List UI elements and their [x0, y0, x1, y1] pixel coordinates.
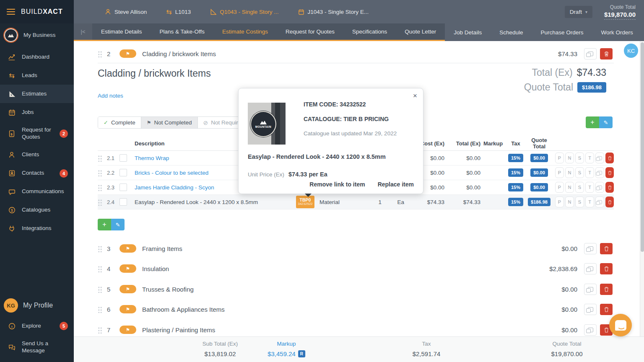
row-action-s-button[interactable]: S	[575, 153, 584, 163]
flag-pill[interactable]: ⚑	[119, 264, 136, 273]
copy-group-button[interactable]	[584, 243, 597, 254]
copy-group-button[interactable]	[584, 263, 597, 274]
copy-row-button[interactable]	[595, 197, 604, 207]
tab-schedule[interactable]: Schedule	[491, 23, 532, 41]
row-action-s-button[interactable]: S	[575, 197, 584, 207]
sidebar-item-contacts[interactable]: Contacts 4	[0, 164, 74, 183]
sidebar-item-clients[interactable]: Clients	[0, 146, 74, 164]
close-icon[interactable]: ×	[413, 92, 417, 100]
copy-group-button[interactable]	[584, 324, 597, 336]
delete-group-button[interactable]	[600, 48, 613, 59]
tab-work-orders[interactable]: Work Orders	[592, 23, 641, 41]
scrollbar-thumb[interactable]	[641, 42, 644, 252]
drag-handle[interactable]	[98, 155, 102, 162]
tax-badge[interactable]: 15%	[508, 168, 523, 177]
row-quote-total-badge[interactable]: $0.00	[530, 183, 548, 191]
tab-purchase-orders[interactable]: Purchase Orders	[532, 23, 592, 41]
row-action-s-button[interactable]: S	[575, 167, 584, 178]
row-action-n-button[interactable]: N	[565, 197, 574, 207]
tab-actuals-costings[interactable]: Actuals Costin	[642, 23, 644, 41]
tab-specifications[interactable]: Specifications	[343, 23, 396, 40]
tab-estimate-costings[interactable]: Estimate Costings	[213, 23, 277, 40]
drag-handle[interactable]	[98, 169, 102, 176]
item-description-link[interactable]: James Hardie Cladding - Scyon	[135, 184, 214, 191]
tabs-collapse-button[interactable]: |<	[74, 23, 92, 40]
row-action-t-button[interactable]: T	[585, 153, 594, 163]
drag-handle[interactable]	[98, 286, 102, 293]
drag-handle[interactable]	[98, 265, 102, 272]
item-description-link[interactable]: Bricks - Colour to be selected	[135, 170, 208, 176]
drag-handle[interactable]	[98, 326, 102, 334]
drag-handle[interactable]	[98, 245, 102, 252]
sidebar-item-integrations[interactable]: Integrations	[0, 220, 74, 238]
flag-pill[interactable]: ⚑	[119, 49, 136, 58]
markup-link[interactable]: Markup	[267, 341, 305, 347]
delete-row-button[interactable]	[605, 182, 614, 193]
row-action-n-button[interactable]: N	[565, 182, 574, 193]
sidebar-item-estimates[interactable]: Estimates	[0, 85, 74, 103]
item-description[interactable]: Easylap - Rendered Look - 2440 x 1200 x …	[135, 199, 258, 205]
drag-handle[interactable]	[98, 306, 102, 313]
markup-r-badge[interactable]: R	[298, 350, 305, 357]
status-dropdown[interactable]: Draft ▾	[565, 6, 592, 18]
edit-items-button[interactable]: ✎	[599, 116, 613, 128]
delete-row-button[interactable]	[605, 197, 614, 207]
add-item-button[interactable]: +	[586, 116, 599, 128]
add-item-button[interactable]: +	[98, 219, 111, 230]
sidebar-item-request-for-quotes[interactable]: $ Request for Quotes 2	[0, 122, 74, 146]
tab-job-details[interactable]: Job Details	[445, 23, 491, 41]
tab-plans-take-offs[interactable]: Plans & Take-Offs	[151, 23, 214, 40]
topbar-job-ref[interactable]: J1043 - Single Story E...	[298, 9, 369, 15]
row-checkbox[interactable]	[119, 154, 127, 162]
sidebar-item-my-profile[interactable]: KG My Profile	[0, 294, 74, 317]
topbar-quote-ref[interactable]: Q1043 - Single Story ...	[210, 9, 278, 15]
add-notes-link[interactable]: Add notes	[98, 93, 123, 99]
tab-estimate-details[interactable]: Estimate Details	[92, 23, 151, 40]
filter-complete-button[interactable]: ✓ Complete	[98, 117, 141, 128]
collaborator-avatar[interactable]: KC	[624, 44, 638, 58]
tab-request-for-quotes[interactable]: Request for Quotes	[277, 23, 343, 40]
sidebar-item-jobs[interactable]: Jobs	[0, 103, 74, 122]
row-quote-total-badge[interactable]: $0.00	[530, 154, 548, 162]
row-action-t-button[interactable]: T	[585, 167, 594, 178]
drag-handle[interactable]	[98, 199, 102, 206]
flag-pill[interactable]: ⚑	[119, 326, 136, 334]
delete-row-button[interactable]	[605, 167, 614, 178]
delete-group-button[interactable]	[600, 284, 613, 295]
flag-pill[interactable]: ⚑	[119, 285, 136, 293]
tab-quote-letter[interactable]: Quote Letter	[396, 23, 445, 40]
row-checkbox[interactable]	[119, 198, 127, 206]
row-checkbox[interactable]	[119, 169, 127, 176]
delete-group-button[interactable]	[600, 304, 613, 315]
sidebar-item-send-message[interactable]: Send Us a Message	[0, 335, 74, 359]
row-action-s-button[interactable]: S	[575, 182, 584, 193]
vertical-scrollbar[interactable]	[640, 41, 644, 362]
linked-item-tag[interactable]: TBP0 34232522	[296, 196, 314, 208]
row-action-p-button[interactable]: P	[555, 182, 564, 193]
copy-row-button[interactable]	[595, 153, 604, 163]
topbar-user[interactable]: Steve Allison	[105, 8, 147, 15]
edit-items-button[interactable]: ✎	[111, 219, 125, 230]
row-quote-total-badge[interactable]: $0.00	[530, 168, 548, 177]
row-checkbox[interactable]	[119, 184, 127, 191]
sidebar-item-explore[interactable]: Explore 5	[0, 317, 74, 335]
remove-link-button[interactable]: Remove link to item	[309, 181, 365, 188]
sidebar-item-dashboard[interactable]: Dashboard	[0, 48, 74, 66]
item-description-link[interactable]: Thermo Wrap	[135, 155, 169, 161]
flag-pill[interactable]: ⚑	[119, 244, 136, 253]
support-chat-button[interactable]	[609, 314, 632, 336]
drag-handle[interactable]	[98, 50, 102, 57]
tax-badge[interactable]: 15%	[508, 154, 523, 162]
copy-row-button[interactable]	[595, 182, 604, 193]
sidebar-item-leads[interactable]: ⇆ Leads	[0, 66, 74, 85]
flag-pill[interactable]: ⚑	[119, 305, 136, 313]
topbar-lead-ref[interactable]: ⇆ L1013	[166, 8, 191, 16]
row-action-p-button[interactable]: P	[555, 153, 564, 163]
delete-group-button[interactable]	[600, 263, 613, 274]
row-action-n-button[interactable]: N	[565, 167, 574, 178]
filter-not-completed-button[interactable]: ⚑ Not Completed	[141, 117, 197, 128]
delete-group-button[interactable]	[600, 243, 613, 254]
copy-row-button[interactable]	[595, 167, 604, 178]
row-action-t-button[interactable]: T	[585, 197, 594, 207]
row-quote-total-badge[interactable]: $186.98	[528, 198, 551, 206]
